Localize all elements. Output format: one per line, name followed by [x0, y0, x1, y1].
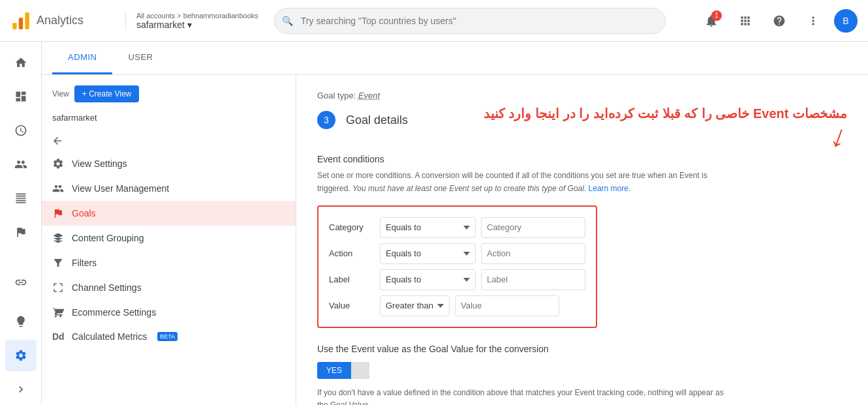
chevron-right-icon — [14, 383, 27, 396]
goal-value-section: Use the Event value as the Goal Value fo… — [317, 344, 847, 405]
condition-row-label: Label Equals to Contains Begins with Gre… — [329, 269, 585, 290]
nav-item-goals[interactable]: Goals — [42, 201, 296, 226]
condition-operator-label[interactable]: Equals to Contains Begins with Greater t… — [380, 269, 476, 290]
condition-label-value: Value — [329, 301, 375, 310]
account-area: All accounts > behnammoradianbooks safar… — [125, 12, 258, 30]
home-icon — [14, 56, 27, 69]
help-button[interactable] — [766, 8, 792, 34]
condition-label-action: Action — [329, 248, 375, 258]
nav-item-goals-label: Goals — [72, 208, 96, 218]
notifications-button[interactable]: 1 — [698, 8, 724, 34]
apps-button[interactable] — [732, 8, 758, 34]
goal-type-value: Event — [358, 91, 380, 100]
condition-value-action[interactable] — [481, 243, 585, 264]
sidebar-light-icon[interactable] — [5, 306, 37, 337]
condition-operator-action[interactable]: Equals to Contains Begins with Greater t… — [380, 243, 476, 264]
sidebar-people-icon[interactable] — [5, 149, 37, 180]
logo-text: Analytics — [37, 14, 84, 27]
channel-settings-icon — [52, 282, 64, 293]
notification-badge: 1 — [711, 10, 722, 21]
red-arrow-icon: ↓ — [828, 122, 851, 151]
search-bar — [274, 8, 666, 34]
nav-item-view-settings-label: View Settings — [72, 158, 127, 169]
goal-value-title: Use the Event value as the Goal Value fo… — [317, 344, 847, 354]
goal-type: Goal type: Event — [317, 91, 847, 100]
sidebar-link-icon[interactable] — [5, 267, 37, 298]
condition-operator-value[interactable]: Greater than Equals to Less than Contain… — [380, 295, 450, 316]
nav-item-view-settings[interactable]: View Settings — [42, 151, 296, 176]
dropdown-arrow-icon: ▾ — [187, 20, 192, 30]
dashboard-icon — [14, 90, 27, 103]
section-title: Goal details — [346, 113, 408, 127]
condition-operator-category[interactable]: Equals to Contains Begins with Greater t… — [380, 217, 476, 238]
back-button[interactable] — [47, 130, 68, 151]
toggle-yes[interactable]: YES — [317, 362, 351, 379]
svg-rect-0 — [12, 23, 16, 29]
create-view-button[interactable]: + Create View — [74, 85, 140, 102]
people-icon — [14, 158, 27, 171]
logo-area: Analytics — [10, 10, 115, 31]
user-management-icon — [52, 183, 64, 194]
avatar[interactable]: B — [834, 9, 858, 33]
more-options-button[interactable] — [800, 8, 826, 34]
nav-item-content-grouping-label: Content Grouping — [72, 233, 144, 243]
content-panel: Goal type: Event 3 Goal details مشخصات E… — [296, 75, 868, 405]
table-icon — [14, 192, 27, 205]
tab-user[interactable]: USER — [112, 42, 168, 74]
condition-label-category: Category — [329, 222, 375, 232]
goal-type-label: Goal type: — [317, 91, 356, 100]
goal-value-desc: If you don't have a value defined in the… — [317, 387, 735, 405]
settings-icon — [14, 349, 27, 362]
account-name-dropdown[interactable]: safarmarket ▾ — [136, 20, 258, 30]
search-input[interactable] — [274, 8, 666, 34]
sidebar-settings-icon[interactable] — [5, 340, 37, 371]
condition-row-action: Action Equals to Contains Begins with Gr… — [329, 243, 585, 264]
header-actions: 1 B — [698, 8, 858, 34]
condition-value-value[interactable] — [455, 295, 559, 316]
nav-sidebar: View + Create View safarmarket View Sett… — [42, 75, 296, 405]
sidebar-home-icon[interactable] — [5, 47, 37, 78]
svg-rect-1 — [19, 18, 23, 29]
sidebar-dashboard-icon[interactable] — [5, 81, 37, 112]
account-path: All accounts > behnammoradianbooks — [136, 12, 258, 20]
header: Analytics All accounts > behnammoradianb… — [0, 0, 868, 42]
arrow-back-icon — [52, 135, 63, 147]
goals-flag-icon — [52, 207, 64, 219]
condition-value-category[interactable] — [481, 217, 585, 238]
nav-item-user-management[interactable]: View User Management — [42, 176, 296, 201]
nav-item-content-grouping[interactable]: Content Grouping — [42, 226, 296, 250]
view-label: View — [52, 89, 69, 98]
help-icon — [773, 14, 786, 27]
lightbulb-icon — [14, 315, 27, 328]
condition-row-category: Category Equals to Contains Begins with … — [329, 217, 585, 238]
account-safarmarket-label: safarmarket — [42, 110, 296, 130]
sidebar-flag-icon[interactable] — [5, 217, 37, 248]
calculated-metrics-icon: Dd — [52, 331, 64, 342]
inner-layout: View + Create View safarmarket View Sett… — [42, 75, 868, 405]
nav-item-user-management-label: View User Management — [72, 183, 169, 194]
learn-more-link[interactable]: Learn more. — [589, 184, 631, 193]
yes-no-toggle[interactable]: YES — [317, 362, 369, 379]
condition-label-label: Label — [329, 275, 375, 284]
event-conditions-title: Event conditions — [317, 154, 847, 164]
link-icon — [14, 276, 27, 289]
nav-item-filters[interactable]: Filters — [42, 250, 296, 275]
nav-item-calculated-metrics[interactable]: Dd Calculated Metrics BETA — [42, 325, 296, 348]
more-vert-icon — [807, 14, 820, 27]
nav-item-channel-settings[interactable]: Channel Settings — [42, 275, 296, 300]
condition-value-label[interactable] — [481, 269, 585, 290]
toggle-no[interactable] — [351, 362, 369, 379]
nav-item-ecommerce[interactable]: Ecommerce Settings — [42, 300, 296, 325]
sidebar-table-icon[interactable] — [5, 183, 37, 214]
analytics-logo-icon — [10, 10, 31, 31]
tabs-bar: ADMIN USER — [42, 42, 868, 75]
content-grouping-icon — [52, 232, 64, 244]
conditions-table: Category Equals to Contains Begins with … — [317, 205, 597, 328]
tab-admin[interactable]: ADMIN — [52, 42, 112, 74]
sidebar-clock-icon[interactable] — [5, 115, 37, 146]
nav-item-channel-settings-label: Channel Settings — [72, 282, 142, 293]
nav-item-calculated-metrics-label: Calculated Metrics — [72, 331, 147, 342]
event-conditions-desc: Set one or more conditions. A conversion… — [317, 170, 735, 194]
main-content: ADMIN USER View + Create View safarmarke… — [42, 42, 868, 405]
sidebar-expand-icon[interactable] — [5, 374, 37, 405]
